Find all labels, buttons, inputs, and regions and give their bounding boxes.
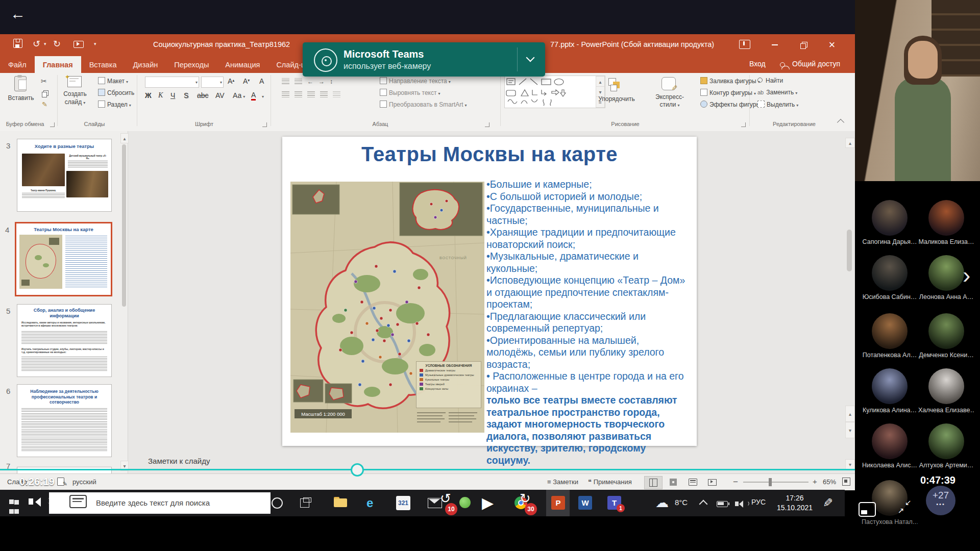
indent-decrease-icon[interactable]: ← [307,78,313,85]
restore-button[interactable] [792,37,815,53]
align-right-icon[interactable] [307,91,315,97]
next-slide-button[interactable]: ▾ [845,422,855,438]
battery-icon[interactable] [717,500,728,509]
collapse-ribbon-icon[interactable] [837,119,844,126]
skype-icon[interactable] [459,497,471,508]
save-icon[interactable] [13,39,22,51]
new-slide-icon[interactable]: ✦ [67,76,82,89]
qat-customize-icon[interactable]: ▾ [94,41,96,46]
clear-format-icon[interactable]: А [259,77,264,85]
notes-pane-label[interactable]: Заметки к слайду [148,457,210,465]
back-arrow-icon[interactable]: ← [10,5,26,22]
slide-sorter-view-button[interactable] [665,476,682,488]
task-view-icon[interactable] [300,497,311,508]
font-dialog-launcher[interactable] [262,122,267,127]
italic-icon[interactable]: К [158,91,163,99]
participant-tile[interactable]: Сапогина Дарья… [855,200,918,245]
participant-tile[interactable]: Николаева Алис… [855,423,918,469]
shapes-scroll-up[interactable]: ▴ [596,76,605,87]
align-text-button[interactable]: Выровнять текст▾ [380,89,440,96]
player-subtitles-icon[interactable] [69,495,87,508]
tab-animation[interactable]: Анимация [217,56,268,73]
edge-browser-icon[interactable]: e [366,496,373,510]
bullet-list-icon[interactable] [282,78,289,84]
language-tray-indicator[interactable]: РУС [751,498,766,506]
participant-tile[interactable]: Халчева Елизаве… [912,368,974,414]
find-button[interactable]: Найти [757,77,783,84]
strikethrough-icon[interactable]: abc [197,91,209,99]
shapes-gallery[interactable]: ▴ ▾ ≡ [504,76,605,108]
participant-tile[interactable]: Маликова Елиза… [912,200,974,245]
section-button[interactable]: Раздел▾ [98,101,131,108]
volume-tray-icon[interactable] [735,499,750,508]
zoom-out-button[interactable]: − [733,477,738,487]
align-center-icon[interactable] [295,91,302,97]
windows-ink-pen-icon[interactable]: ✎ [823,496,833,510]
tab-home[interactable]: Главная [35,56,81,73]
tab-design[interactable]: Дизайн [125,56,166,73]
notes-toggle[interactable]: ≡ Заметки [547,478,578,486]
quick-styles-icon[interactable]: ✎ [662,77,676,92]
undo-icon[interactable]: ↺ [33,38,40,49]
sign-in-link[interactable]: Вход [749,60,766,68]
new-slide-button[interactable]: Создать [57,90,93,97]
zoom-level[interactable]: 65% [823,478,836,486]
forward-30-badge[interactable]: 30 [525,503,537,515]
line-spacing-icon[interactable]: ↕ [330,78,333,85]
previous-slide-button[interactable]: ▴ [845,406,855,422]
layout-button[interactable]: Макет▾ [98,77,128,85]
change-case-icon[interactable]: Аа▾ [233,91,245,99]
slide-scroll-down[interactable]: ▾ [845,459,855,469]
indent-increase-icon[interactable]: → [318,78,325,85]
minimize-button[interactable] [764,37,786,53]
zoom-slider-thumb[interactable] [769,478,772,486]
thumb-scrollbar[interactable] [122,144,126,307]
drawing-dialog-launcher[interactable] [741,122,746,127]
collapse-arrow-in[interactable]: ↙ [905,498,912,507]
start-slideshow-icon[interactable] [74,40,84,51]
undo-dropdown-icon[interactable]: ▾ [44,41,46,46]
slide-thumbnail-3[interactable]: Ходите в разные театры Детский музыкальн… [17,139,112,212]
play-button-icon[interactable]: ▶ [482,494,494,512]
tab-transitions[interactable]: Переходы [166,56,217,73]
shrink-font-icon[interactable]: А▾ [243,77,250,85]
tab-file[interactable]: Файл [0,56,35,73]
fit-to-window-icon[interactable] [842,478,850,486]
share-border-handle[interactable] [351,463,364,477]
comments-toggle[interactable]: ❝ Примечания [588,478,632,486]
powerpoint-taskbar-icon[interactable]: P [551,496,565,510]
language-indicator[interactable]: русский [72,478,96,486]
justify-icon[interactable] [320,91,328,97]
more-participants-chevron[interactable]: › [963,261,970,289]
slide-thumbnail-4-selected[interactable]: Театры Москвы на карте [15,222,112,296]
arrange-button[interactable]: Упорядочить [596,95,637,103]
bold-icon[interactable]: Ж [145,91,152,99]
pip-icon[interactable] [859,502,876,517]
slide-thumbnail-5[interactable]: Сбор, анализ и обобщение информации Иссл… [17,304,112,377]
paragraph-dialog-launcher[interactable] [485,122,489,127]
text-direction-button[interactable]: Направление текста▾ [380,77,451,85]
char-spacing-icon[interactable]: AV [215,91,225,99]
font-name-combo[interactable]: ▾ [145,77,199,88]
clock[interactable]: 17:26 15.10.2021 [773,493,817,513]
tray-expand-icon[interactable] [699,500,708,509]
spellcheck-icon[interactable]: ✎ [57,478,67,487]
weather-temperature[interactable]: 8°C [675,498,688,507]
participant-tile[interactable]: Потапенкова Ал… [855,313,918,359]
slide-scroll-up[interactable]: ▴ [845,138,855,148]
columns-icon[interactable] [333,91,340,97]
align-left-icon[interactable] [282,91,289,97]
quick-styles-button-line2[interactable]: стили▾ [653,101,686,108]
cortana-icon[interactable] [272,497,283,509]
presenter-video[interactable] [855,0,980,181]
font-color-icon[interactable]: А [251,91,256,101]
thumb-scroll-up[interactable]: ▴ [120,133,129,143]
tab-insert[interactable]: Вставка [81,56,125,73]
participant-tile[interactable]: Демченко Ксени… [912,313,974,359]
numbered-list-icon[interactable] [295,78,302,84]
paste-button[interactable]: Вставить [4,94,38,102]
select-button[interactable]: Выделить▾ [757,101,798,108]
normal-view-button[interactable] [644,476,663,489]
start-button[interactable] [9,497,19,516]
copy-icon[interactable] [42,89,48,98]
